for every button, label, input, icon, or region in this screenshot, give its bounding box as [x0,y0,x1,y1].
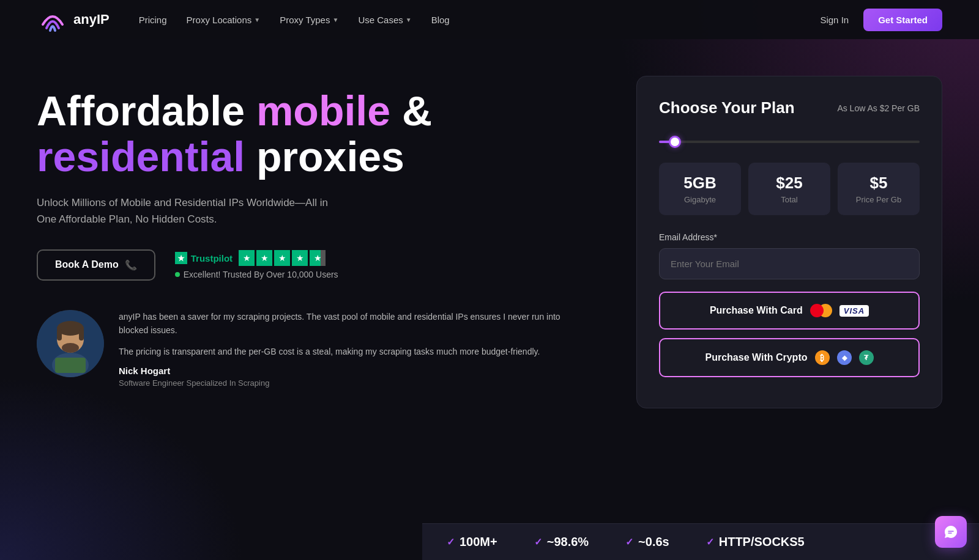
star-1: ★ [239,250,255,266]
trustpilot-header: ★ Trustpilot ★ ★ ★ ★ ★ [175,250,338,266]
price-per-gb-value: $5 [847,174,910,193]
svg-rect-7 [55,358,86,373]
plan-card: Choose Your Plan As Low As $2 Per GB 5GB… [636,76,942,408]
gb-label: Gigabyte [669,195,731,204]
stat-uptime-value: ~98.6% [547,535,589,549]
book-demo-button[interactable]: Book A Demo 📞 [37,249,155,281]
stat-protocol: ✓ HTTP/SOCKS5 [706,535,805,549]
slider-container [659,134,920,146]
plan-title: Choose Your Plan [659,98,795,117]
check-icon: ✓ [625,536,633,548]
avatar [37,310,104,377]
chat-icon [944,525,958,539]
visa-icon: VISA [839,305,869,317]
testimonial-block: anyIP has been a saver for my scraping p… [37,310,587,388]
nav-links: Pricing Proxy Locations ▼ Proxy Types ▼ … [139,15,821,25]
trustpilot-star-icon: ★ [175,252,187,264]
star-2: ★ [256,250,272,266]
testimonial-role: Software Engineer Specialized In Scrapin… [119,378,587,388]
trustpilot-excellent: Excellent! Trusted By Over 10,000 Users [175,270,338,279]
gb-value: 5GB [669,174,731,193]
main-content: Affordable mobile & residential proxies … [0,39,979,408]
chevron-down-icon: ▼ [406,17,412,23]
nav-use-cases[interactable]: Use Cases ▼ [358,15,411,25]
nav-proxy-locations[interactable]: Proxy Locations ▼ [187,15,261,25]
trustpilot-logo: ★ Trustpilot [175,252,233,264]
stat-box-total: $25 Total [748,163,830,215]
check-icon: ✓ [706,536,714,548]
cta-row: Book A Demo 📞 ★ Trustpilot ★ ★ ★ ★ ★ [37,249,587,281]
stat-speed: ✓ ~0.6s [625,535,669,549]
plan-panel: Choose Your Plan As Low As $2 Per GB 5GB… [636,76,942,408]
hero-section: Affordable mobile & residential proxies … [37,76,587,408]
stat-uptime: ✓ ~98.6% [534,535,589,549]
trustpilot-stars: ★ ★ ★ ★ ★ [239,250,326,266]
price-per-gb-label: Price Per Gb [847,195,910,204]
star-3: ★ [274,250,290,266]
sign-in-link[interactable]: Sign In [820,15,849,25]
svg-rect-4 [57,328,62,341]
star-5-half: ★ [310,250,326,266]
check-icon: ✓ [534,536,542,548]
logo[interactable]: anyIP [37,6,110,33]
total-value: $25 [758,174,821,193]
svg-rect-5 [79,328,84,341]
stat-speed-value: ~0.6s [638,535,669,549]
brand-name: anyIP [73,12,110,28]
navbar: anyIP Pricing Proxy Locations ▼ Proxy Ty… [0,0,979,39]
testimonial-name: Nick Hogart [119,366,587,376]
check-icon: ✓ [447,536,455,548]
nav-pricing[interactable]: Pricing [139,15,167,25]
stat-box-gb: 5GB Gigabyte [659,163,741,215]
ethereum-icon: ◆ [837,350,852,365]
chevron-down-icon: ▼ [332,17,338,23]
total-label: Total [758,195,821,204]
stat-ips: ✓ 100M+ [447,535,497,549]
chat-button[interactable] [935,516,967,548]
trustpilot-block: ★ Trustpilot ★ ★ ★ ★ ★ Excellent! Truste… [175,250,338,279]
plan-slider[interactable] [659,141,920,143]
testimonial-content: anyIP has been a saver for my scraping p… [119,310,587,388]
nav-blog[interactable]: Blog [431,15,450,25]
plan-subtitle: As Low As $2 Per GB [837,103,920,113]
stat-protocol-value: HTTP/SOCKS5 [719,535,805,549]
stat-box-price: $5 Price Per Gb [838,163,920,215]
stat-ips-value: 100M+ [460,535,497,549]
svg-point-6 [62,343,79,353]
bitcoin-icon: ₿ [815,350,830,365]
testimonial-text-2: The pricing is transparent and the per-G… [119,345,587,358]
phone-icon: 📞 [125,259,137,271]
plan-stats: 5GB Gigabyte $25 Total $5 Price Per Gb [659,163,920,215]
stats-bar: ✓ 100M+ ✓ ~98.6% ✓ ~0.6s ✓ HTTP/SOCKS5 [422,523,979,560]
testimonial-text-1: anyIP has been a saver for my scraping p… [119,310,587,337]
nav-proxy-types[interactable]: Proxy Types ▼ [280,15,338,25]
hero-subtitle: Unlock Millions of Mobile and Residentia… [37,194,330,227]
mastercard-icon [810,304,832,317]
plan-header: Choose Your Plan As Low As $2 Per GB [659,98,920,117]
nav-actions: Sign In Get Started [820,9,942,31]
usdt-icon: ₮ [859,350,874,365]
email-section: Email Address* [659,232,920,279]
get-started-button[interactable]: Get Started [863,9,942,31]
email-input[interactable] [659,248,920,279]
purchase-with-card-button[interactable]: Purchase With Card VISA [659,292,920,330]
email-label: Email Address* [659,232,920,242]
hero-title: Affordable mobile & residential proxies [37,88,587,180]
star-4: ★ [292,250,308,266]
chevron-down-icon: ▼ [254,17,260,23]
green-dot-icon [175,272,180,277]
purchase-with-crypto-button[interactable]: Purchase With Crypto ₿ ◆ ₮ [659,338,920,377]
